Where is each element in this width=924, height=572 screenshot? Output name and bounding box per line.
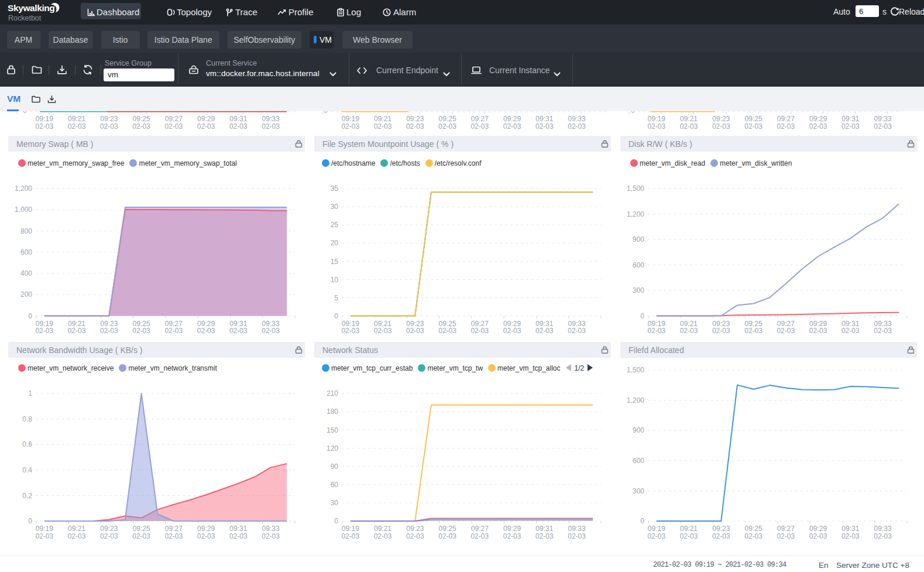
svg-text:02-03: 02-03 bbox=[262, 327, 280, 335]
svg-text:02-03: 02-03 bbox=[680, 532, 698, 540]
svg-text:02-03: 02-03 bbox=[809, 327, 827, 335]
svg-text:0: 0 bbox=[640, 517, 644, 525]
svg-text:150: 150 bbox=[327, 426, 338, 434]
svg-text:02-03: 02-03 bbox=[438, 532, 456, 540]
svg-text:02-03: 02-03 bbox=[438, 327, 456, 335]
svg-text:02-03: 02-03 bbox=[374, 532, 392, 540]
svg-text:02-03: 02-03 bbox=[35, 532, 53, 540]
svg-text:1,000: 1,000 bbox=[15, 205, 32, 214]
svg-text:02-03: 02-03 bbox=[647, 327, 665, 335]
svg-text:02-03: 02-03 bbox=[535, 327, 554, 335]
svg-text:02-03: 02-03 bbox=[777, 532, 795, 540]
svg-text:02-03: 02-03 bbox=[712, 122, 730, 131]
svg-text:0: 0 bbox=[334, 517, 338, 525]
svg-text:02-03: 02-03 bbox=[680, 327, 698, 335]
svg-text:02-03: 02-03 bbox=[229, 327, 248, 335]
svg-text:200: 200 bbox=[20, 290, 32, 299]
svg-text:1,200: 1,200 bbox=[15, 184, 32, 193]
svg-text:02-03: 02-03 bbox=[568, 122, 586, 131]
svg-text:0: 0 bbox=[324, 111, 328, 115]
svg-text:02-03: 02-03 bbox=[647, 532, 665, 540]
svg-text:02-03: 02-03 bbox=[341, 122, 359, 131]
svg-text:02-03: 02-03 bbox=[68, 327, 86, 335]
svg-text:02-03: 02-03 bbox=[406, 122, 424, 131]
svg-text:02-03: 02-03 bbox=[132, 122, 150, 131]
svg-text:02-03: 02-03 bbox=[744, 532, 762, 540]
svg-text:35: 35 bbox=[331, 184, 339, 193]
svg-text:02-03: 02-03 bbox=[777, 327, 795, 335]
svg-text:02-03: 02-03 bbox=[164, 122, 183, 131]
svg-text:02-03: 02-03 bbox=[841, 532, 860, 540]
svg-text:0.8: 0.8 bbox=[22, 415, 32, 423]
svg-text:02-03: 02-03 bbox=[470, 122, 489, 131]
svg-text:02-03: 02-03 bbox=[647, 122, 665, 131]
svg-text:90: 90 bbox=[331, 463, 339, 471]
svg-text:02-03: 02-03 bbox=[197, 122, 215, 131]
svg-text:02-03: 02-03 bbox=[503, 122, 521, 131]
svg-text:25: 25 bbox=[331, 221, 339, 229]
svg-text:600: 600 bbox=[20, 248, 32, 256]
svg-text:02-03: 02-03 bbox=[374, 327, 392, 335]
svg-text:0: 0 bbox=[28, 312, 32, 320]
svg-text:180: 180 bbox=[327, 407, 338, 416]
svg-text:02-03: 02-03 bbox=[438, 122, 456, 131]
svg-text:02-03: 02-03 bbox=[262, 532, 280, 540]
svg-text:30: 30 bbox=[331, 499, 339, 507]
svg-text:1,200: 1,200 bbox=[627, 210, 644, 218]
svg-text:1,200: 1,200 bbox=[627, 396, 644, 405]
svg-text:02-03: 02-03 bbox=[841, 122, 860, 131]
svg-text:02-03: 02-03 bbox=[503, 327, 521, 335]
svg-text:600: 600 bbox=[633, 261, 644, 269]
svg-text:02-03: 02-03 bbox=[809, 122, 827, 131]
svg-text:900: 900 bbox=[633, 235, 644, 244]
svg-text:02-03: 02-03 bbox=[680, 122, 698, 131]
svg-text:02-03: 02-03 bbox=[874, 532, 892, 540]
svg-text:02-03: 02-03 bbox=[341, 532, 359, 540]
svg-text:02-03: 02-03 bbox=[503, 532, 521, 540]
svg-text:60: 60 bbox=[331, 481, 339, 489]
svg-text:02-03: 02-03 bbox=[712, 532, 730, 540]
svg-text:02-03: 02-03 bbox=[535, 122, 554, 131]
svg-text:0: 0 bbox=[631, 111, 635, 115]
svg-text:02-03: 02-03 bbox=[841, 327, 860, 335]
svg-text:02-03: 02-03 bbox=[100, 532, 118, 540]
svg-text:02-03: 02-03 bbox=[568, 327, 586, 335]
svg-text:02-03: 02-03 bbox=[568, 532, 586, 540]
svg-text:02-03: 02-03 bbox=[229, 122, 248, 131]
svg-text:02-03: 02-03 bbox=[374, 122, 392, 131]
svg-text:120: 120 bbox=[327, 444, 338, 453]
svg-text:02-03: 02-03 bbox=[229, 532, 248, 540]
svg-text:300: 300 bbox=[633, 286, 644, 294]
svg-text:02-03: 02-03 bbox=[132, 327, 150, 335]
svg-text:02-03: 02-03 bbox=[35, 122, 53, 131]
svg-text:02-03: 02-03 bbox=[744, 122, 762, 131]
svg-text:02-03: 02-03 bbox=[197, 327, 215, 335]
svg-text:15: 15 bbox=[331, 258, 339, 266]
svg-text:0: 0 bbox=[334, 312, 338, 320]
svg-text:210: 210 bbox=[327, 389, 338, 398]
svg-text:30: 30 bbox=[331, 203, 339, 211]
svg-text:02-03: 02-03 bbox=[406, 327, 424, 335]
svg-text:0.6: 0.6 bbox=[22, 440, 32, 448]
svg-text:02-03: 02-03 bbox=[470, 327, 489, 335]
svg-text:0: 0 bbox=[23, 111, 27, 115]
svg-text:02-03: 02-03 bbox=[712, 327, 730, 335]
svg-text:1,500: 1,500 bbox=[627, 366, 644, 374]
svg-text:900: 900 bbox=[633, 426, 644, 434]
svg-text:02-03: 02-03 bbox=[100, 122, 118, 131]
svg-text:300: 300 bbox=[633, 487, 644, 495]
svg-text:5: 5 bbox=[334, 294, 338, 302]
svg-text:02-03: 02-03 bbox=[341, 327, 359, 335]
svg-text:20: 20 bbox=[331, 239, 339, 247]
svg-text:02-03: 02-03 bbox=[777, 122, 795, 131]
svg-text:02-03: 02-03 bbox=[100, 327, 118, 335]
svg-text:02-03: 02-03 bbox=[535, 532, 554, 540]
svg-text:1: 1 bbox=[28, 389, 32, 398]
svg-text:02-03: 02-03 bbox=[809, 532, 827, 540]
svg-text:02-03: 02-03 bbox=[68, 532, 86, 540]
svg-text:02-03: 02-03 bbox=[35, 327, 53, 335]
svg-text:0: 0 bbox=[28, 517, 32, 525]
svg-text:02-03: 02-03 bbox=[744, 327, 762, 335]
svg-text:0: 0 bbox=[640, 312, 644, 320]
svg-text:800: 800 bbox=[20, 227, 32, 235]
